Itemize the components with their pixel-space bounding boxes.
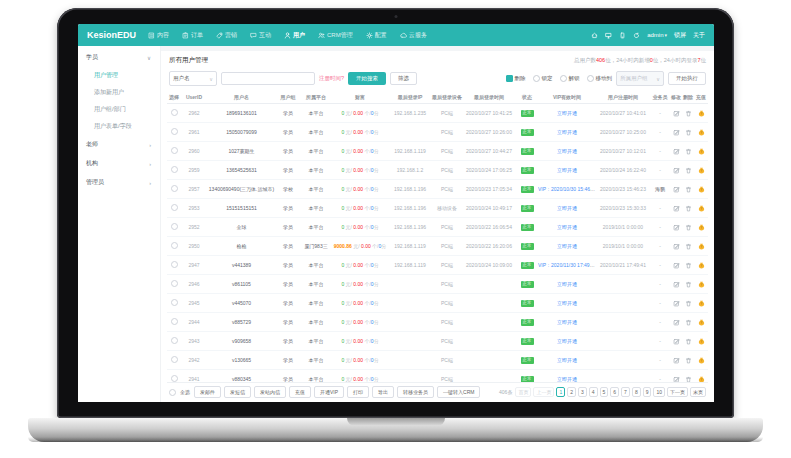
edit-icon[interactable]	[673, 357, 680, 364]
batch-option-锁定[interactable]: 锁定	[533, 75, 553, 82]
sidebar-item-用户组/部门[interactable]: 用户组/部门	[78, 101, 160, 118]
coin-icon[interactable]: ¥	[698, 110, 705, 117]
navbar-link-锁屏[interactable]: 锁屏	[674, 31, 686, 40]
sidebar-group-机构[interactable]: 机构›	[78, 154, 160, 173]
trash-icon[interactable]	[685, 129, 692, 136]
edit-icon[interactable]	[673, 262, 680, 269]
next-page-button[interactable]: 下一页	[667, 387, 688, 397]
sidebar-group-管理员[interactable]: 管理员›	[78, 173, 160, 192]
last-page-button[interactable]: 末页	[690, 387, 706, 397]
row-checkbox[interactable]	[171, 166, 178, 173]
nav-item-用户[interactable]: 用户	[284, 31, 305, 40]
row-checkbox[interactable]	[171, 147, 178, 154]
edit-icon[interactable]	[673, 319, 680, 326]
row-checkbox[interactable]	[171, 356, 178, 363]
vip-activate-link[interactable]: 立即开通	[557, 167, 577, 173]
nav-item-订单[interactable]: 订单	[182, 31, 203, 40]
edit-icon[interactable]	[673, 110, 680, 117]
trash-icon[interactable]	[685, 357, 692, 364]
page-button-4[interactable]: 4	[589, 387, 598, 397]
select-all-checkbox[interactable]	[169, 389, 176, 396]
edit-icon[interactable]	[673, 205, 680, 212]
row-checkbox[interactable]	[171, 261, 178, 268]
trash-icon[interactable]	[685, 205, 692, 212]
row-checkbox[interactable]	[171, 299, 178, 306]
trash-icon[interactable]	[685, 338, 692, 345]
home-icon[interactable]	[591, 32, 598, 39]
trash-icon[interactable]	[685, 243, 692, 250]
edit-icon[interactable]	[673, 224, 680, 231]
vip-activate-link[interactable]: 立即开通	[557, 205, 577, 211]
nav-item-内容[interactable]: 内容	[148, 31, 169, 40]
trash-icon[interactable]	[685, 148, 692, 155]
page-button-6[interactable]: 6	[610, 387, 619, 397]
page-button-5[interactable]: 5	[600, 387, 609, 397]
batch-option-解锁[interactable]: 解锁	[560, 75, 580, 82]
vip-expiry-text[interactable]: VIP：2020/11/30 17:49:41	[538, 262, 596, 268]
trash-icon[interactable]	[685, 281, 692, 288]
edit-icon[interactable]	[673, 243, 680, 250]
trash-icon[interactable]	[685, 224, 692, 231]
vip-activate-link[interactable]: 立即开通	[557, 224, 577, 230]
first-page-button[interactable]: 首页	[515, 387, 531, 397]
batch-option-删除[interactable]: 删除	[506, 75, 526, 82]
edit-icon[interactable]	[673, 338, 680, 345]
filter-button[interactable]: 筛选	[390, 72, 417, 85]
search-input[interactable]	[221, 72, 315, 85]
sync-icon[interactable]	[633, 32, 640, 39]
row-checkbox[interactable]	[171, 185, 178, 192]
sidebar-item-添加新用户[interactable]: 添加新用户	[78, 84, 160, 101]
nav-item-配置[interactable]: 配置	[366, 31, 387, 40]
vip-activate-link[interactable]: 立即开通	[557, 319, 577, 325]
row-checkbox[interactable]	[171, 109, 178, 116]
search-field-select[interactable]: 用户名 ∨	[169, 71, 217, 86]
coin-icon[interactable]: ¥	[698, 243, 705, 250]
vip-activate-link[interactable]: 立即开通	[557, 148, 577, 154]
vip-expiry-text[interactable]: VIP：2020/10/30 15:46:23	[538, 186, 596, 192]
nav-item-CRM管理[interactable]: CRM管理	[318, 31, 353, 40]
page-button-8[interactable]: 8	[632, 387, 641, 397]
trash-icon[interactable]	[685, 319, 692, 326]
footer-button-导出[interactable]: 导出	[372, 386, 394, 398]
page-button-9[interactable]: 9	[643, 387, 652, 397]
trash-icon[interactable]	[685, 186, 692, 193]
row-checkbox[interactable]	[171, 128, 178, 135]
coin-icon[interactable]: ¥	[698, 319, 705, 326]
footer-button-充值[interactable]: 充值	[289, 386, 311, 398]
coin-icon[interactable]: ¥	[698, 300, 705, 307]
trash-icon[interactable]	[685, 167, 692, 174]
execute-button[interactable]: 开始执行	[668, 72, 706, 85]
group-select[interactable]: 所属用户组 ∨	[616, 71, 664, 86]
coin-icon[interactable]: ¥	[698, 148, 705, 155]
vip-activate-link[interactable]: 立即开通	[557, 338, 577, 344]
sidebar-group-学员[interactable]: 学员∨	[78, 48, 160, 67]
monitor-icon[interactable]	[605, 32, 612, 39]
page-button-3[interactable]: 3	[578, 387, 587, 397]
edit-icon[interactable]	[673, 186, 680, 193]
coin-icon[interactable]: ¥	[698, 262, 705, 269]
mobile-icon[interactable]	[619, 32, 626, 39]
trash-icon[interactable]	[685, 110, 692, 117]
page-button-1[interactable]: 1	[556, 387, 565, 397]
vip-activate-link[interactable]: 立即开通	[557, 110, 577, 116]
edit-icon[interactable]	[673, 167, 680, 174]
row-checkbox[interactable]	[171, 280, 178, 287]
nav-item-互动[interactable]: 互动	[250, 31, 271, 40]
vip-activate-link[interactable]: 立即开通	[557, 357, 577, 363]
sidebar-item-用户管理[interactable]: 用户管理	[78, 67, 160, 84]
page-button-10[interactable]: 10	[653, 387, 665, 397]
coin-icon[interactable]: ¥	[698, 205, 705, 212]
row-checkbox[interactable]	[171, 375, 178, 382]
footer-button-转移业务员[interactable]: 转移业务员	[397, 386, 434, 398]
coin-icon[interactable]: ¥	[698, 338, 705, 345]
navbar-link-关于[interactable]: 关于	[693, 31, 705, 40]
vip-activate-link[interactable]: 立即开通	[557, 243, 577, 249]
coin-icon[interactable]: ¥	[698, 281, 705, 288]
trash-icon[interactable]	[685, 300, 692, 307]
footer-button-打印[interactable]: 打印	[347, 386, 369, 398]
coin-icon[interactable]: ¥	[698, 357, 705, 364]
footer-button-一键转入CRM[interactable]: 一键转入CRM	[437, 386, 480, 398]
vip-activate-link[interactable]: 立即开通	[557, 300, 577, 306]
sidebar-group-老师[interactable]: 老师›	[78, 135, 160, 154]
nav-item-营销[interactable]: 营销	[216, 31, 237, 40]
